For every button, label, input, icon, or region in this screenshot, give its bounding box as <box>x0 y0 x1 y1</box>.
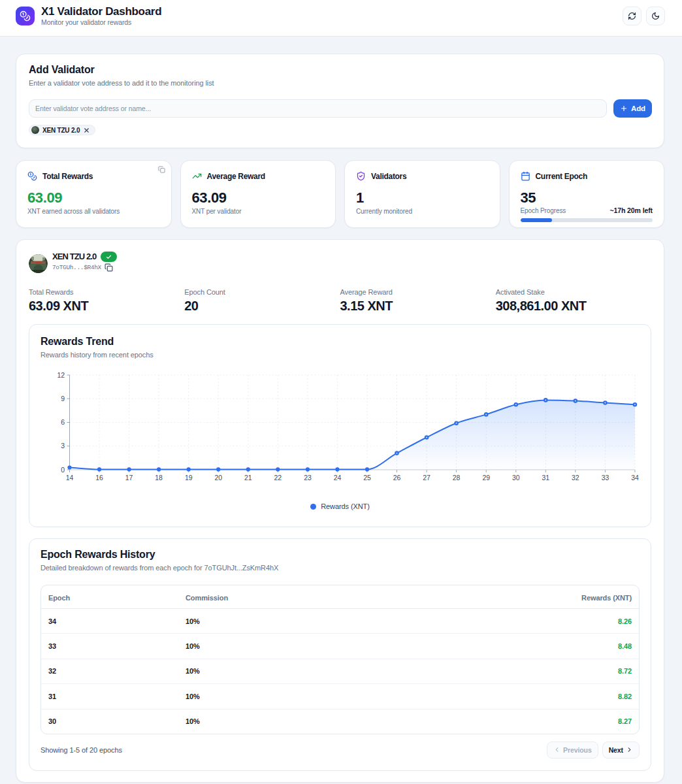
svg-text:29: 29 <box>482 474 490 482</box>
svg-text:9: 9 <box>61 395 65 402</box>
svg-text:3: 3 <box>61 442 65 449</box>
svg-text:6: 6 <box>61 418 65 426</box>
svg-text:26: 26 <box>393 474 401 482</box>
svg-text:22: 22 <box>274 474 282 482</box>
svg-text:19: 19 <box>185 474 193 482</box>
svg-text:32: 32 <box>572 474 579 482</box>
svg-text:14: 14 <box>66 474 74 482</box>
svg-text:33: 33 <box>602 474 609 482</box>
svg-text:20: 20 <box>214 474 222 482</box>
svg-text:12: 12 <box>57 371 65 379</box>
svg-text:24: 24 <box>334 474 342 482</box>
svg-text:23: 23 <box>304 474 312 482</box>
svg-text:0: 0 <box>61 466 65 474</box>
svg-text:30: 30 <box>512 474 520 482</box>
svg-text:17: 17 <box>125 474 133 482</box>
svg-text:18: 18 <box>155 474 163 482</box>
svg-text:16: 16 <box>95 474 103 482</box>
svg-text:21: 21 <box>244 474 252 482</box>
svg-text:27: 27 <box>423 474 430 482</box>
svg-text:34: 34 <box>631 474 639 482</box>
svg-text:25: 25 <box>363 474 371 482</box>
svg-text:31: 31 <box>542 474 550 482</box>
svg-text:28: 28 <box>453 474 461 482</box>
